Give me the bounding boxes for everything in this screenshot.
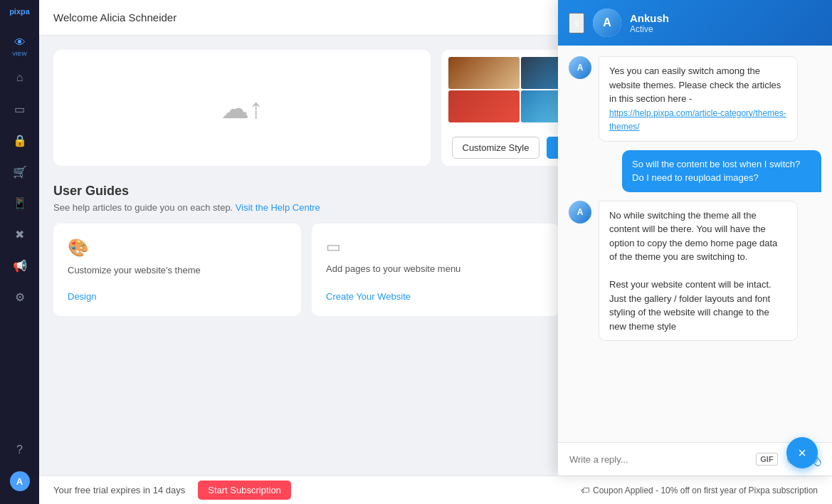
chat-body[interactable]: A Yes you can easily switch among the we…: [558, 46, 832, 442]
sidebar-item-lock[interactable]: 🔒: [6, 126, 34, 154]
agent-name: Ankush: [630, 12, 821, 24]
sidebar: pixpa 👁 VIEW ⌂ ▭ 🔒 🛒 📱 ✖ 📢 ⚙ ? A: [0, 0, 39, 504]
sidebar-item-announce[interactable]: 📢: [6, 251, 34, 280]
chat-back-button[interactable]: ‹: [569, 13, 584, 33]
sidebar-item-mobile[interactable]: 📱: [6, 189, 34, 217]
mobile-icon: 📱: [13, 196, 27, 210]
view-icon: 👁: [14, 36, 26, 49]
design-link[interactable]: Design: [68, 291, 287, 302]
palette-icon: 🎨: [68, 238, 287, 258]
image-cell-6: [448, 90, 520, 122]
agent-status: Active: [630, 24, 821, 34]
guide-desc-create: Add pages to your website menu: [326, 263, 545, 284]
message-text-2: So will the content be lost when I switc…: [632, 159, 800, 184]
sidebar-item-home[interactable]: ⌂: [6, 63, 34, 92]
bottom-bar: Your free trial expires in 14 days Start…: [39, 476, 832, 504]
gif-button[interactable]: GIF: [756, 453, 777, 466]
chat-header: ‹ A Ankush Active: [558, 0, 832, 46]
message-text-3b: Rest your website content will be intact…: [609, 279, 772, 332]
help-link[interactable]: https://help.pixpa.com/article-category/…: [609, 108, 786, 132]
brush-icon: ✖: [15, 228, 24, 241]
chat-header-info: Ankush Active: [630, 12, 821, 34]
sidebar-item-cart[interactable]: 🛒: [6, 157, 34, 186]
message-row-2: So will the content be lost when I switc…: [569, 150, 821, 192]
announce-icon: 📢: [13, 259, 27, 273]
guide-card-design: 🎨 Customize your website's theme Design: [53, 224, 301, 316]
message-text-3: No while switching the theme all the con…: [609, 210, 777, 263]
message-bubble-3: No while switching the theme all the con…: [599, 201, 798, 342]
sidebar-view-label: VIEW: [12, 51, 26, 57]
pages-guide-icon: ▭: [326, 238, 545, 256]
message-avatar-3: A: [569, 201, 591, 224]
sidebar-item-pages[interactable]: ▭: [6, 95, 34, 123]
create-website-link[interactable]: Create Your Website: [326, 291, 545, 302]
lock-icon: 🔒: [13, 134, 27, 147]
message-bubble-1: Yes you can easily switch among the webs…: [599, 56, 798, 142]
sidebar-avatar[interactable]: A: [6, 467, 34, 495]
message-bubble-2: So will the content be lost when I switc…: [622, 150, 821, 192]
user-avatar[interactable]: A: [10, 471, 30, 491]
image-cell-1: [448, 57, 520, 89]
gear-icon: ⚙: [15, 290, 25, 304]
chat-panel: ‹ A Ankush Active A Yes you can easily s…: [558, 0, 832, 476]
coupon-info: 🏷 Coupon Applied - 10% off on first year…: [581, 485, 818, 495]
bottom-left: Your free trial expires in 14 days Start…: [53, 481, 291, 500]
message-text-1: Yes you can easily switch among the webs…: [609, 65, 781, 104]
app-logo[interactable]: pixpa: [9, 7, 30, 16]
trial-text: Your free trial expires in 14 days: [53, 485, 185, 495]
agent-avatar: A: [593, 9, 621, 37]
coupon-text-label: Coupon Applied - 10% off on first year o…: [593, 485, 818, 495]
sidebar-item-view[interactable]: 👁 VIEW: [6, 32, 34, 61]
chat-input[interactable]: [567, 451, 750, 468]
tag-icon: 🏷: [581, 485, 589, 495]
cart-icon: 🛒: [13, 165, 27, 179]
help-icon: ?: [16, 443, 23, 456]
sidebar-item-settings[interactable]: ⚙: [6, 283, 34, 311]
upload-card: ☁↑: [53, 50, 431, 166]
close-chat-button[interactable]: ×: [786, 437, 818, 468]
message-row-1: A Yes you can easily switch among the we…: [569, 56, 821, 142]
message-row-3: A No while switching the theme all the c…: [569, 201, 821, 342]
pages-icon: ▭: [14, 103, 25, 116]
guide-desc-design: Customize your website's theme: [68, 265, 287, 284]
help-centre-link[interactable]: Visit the Help Centre: [236, 202, 320, 213]
upload-icon: ☁↑: [221, 92, 263, 125]
agent-avatar-image: A: [593, 9, 621, 37]
sidebar-item-brush[interactable]: ✖: [6, 220, 34, 248]
guide-card-create: ▭ Add pages to your website menu Create …: [312, 224, 559, 316]
home-icon: ⌂: [16, 71, 23, 84]
sidebar-item-help[interactable]: ?: [6, 436, 34, 464]
page-title: Welcome Alicia Schneider: [53, 11, 177, 23]
customize-style-button[interactable]: Customize Style: [452, 137, 540, 159]
subscribe-button[interactable]: Start Subscription: [198, 481, 291, 500]
message-avatar-1: A: [569, 56, 591, 79]
